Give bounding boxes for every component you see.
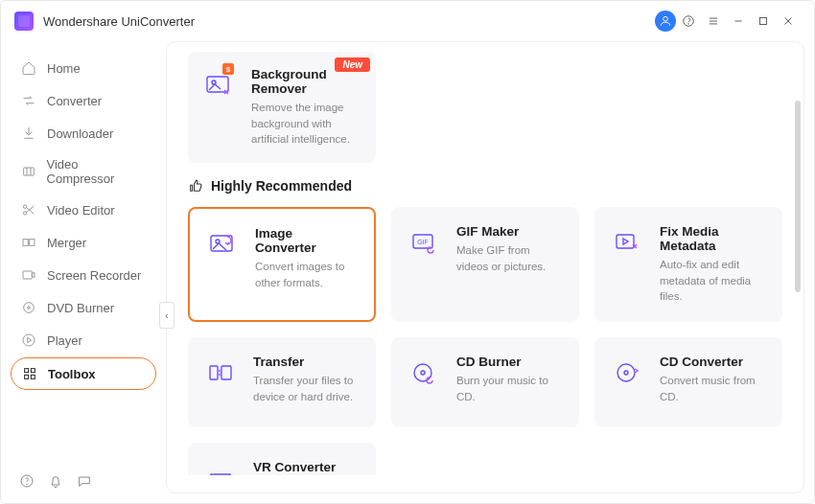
sidebar-item-screen-recorder[interactable]: Screen Recorder — [11, 260, 156, 290]
toolbox-icon — [21, 365, 38, 382]
svg-point-26 — [212, 80, 216, 84]
sidebar-item-label: Video Editor — [47, 203, 115, 218]
card-cd-converter[interactable]: CD ConverterConvert music from CD. — [594, 337, 782, 427]
transfer-icon — [207, 360, 236, 385]
svg-rect-33 — [221, 366, 231, 379]
scissors-icon — [20, 201, 37, 218]
sidebar-item-label: Player — [47, 333, 82, 348]
feedback-button[interactable] — [76, 472, 93, 490]
sidebar-item-home[interactable]: Home — [11, 53, 156, 83]
sidebar-item-label: DVD Burner — [47, 301, 114, 315]
sidebar-item-label: Converter — [47, 94, 102, 108]
sidebar-item-downloader[interactable]: Downloader — [11, 118, 156, 149]
card-desc: Transfer your files to device or hard dr… — [253, 373, 355, 404]
vr-icon — [207, 466, 236, 475]
download-icon — [20, 125, 37, 142]
card-vr-converter[interactable]: VR ConverterConvert videos to VR and enj… — [188, 443, 376, 475]
svg-rect-21 — [25, 375, 29, 378]
minimize-button[interactable] — [726, 9, 751, 34]
image-converter-icon — [209, 232, 238, 257]
menu-button[interactable] — [701, 9, 726, 34]
svg-rect-7 — [760, 18, 767, 25]
sidebar-item-label: Video Compressor — [47, 157, 147, 186]
dvd-icon — [20, 299, 37, 316]
card-transfer[interactable]: TransferTransfer your files to device or… — [188, 337, 376, 427]
section-header: Highly Recommended — [188, 178, 782, 194]
svg-rect-20 — [31, 369, 35, 373]
card-desc: Remove the image background with artific… — [251, 100, 359, 148]
card-title: Image Converter — [255, 226, 353, 255]
card-title: Transfer — [253, 355, 355, 369]
card-fix-media-metadata[interactable]: Fix Media MetadataAuto-fix and edit meta… — [594, 207, 782, 322]
titlebar: Wondershare UniConverter — [1, 1, 814, 41]
cd-burner-icon — [410, 360, 439, 385]
card-title: Fix Media Metadata — [660, 224, 761, 253]
svg-text:GIF: GIF — [417, 239, 429, 245]
sidebar-item-toolbox[interactable]: Toolbox — [11, 357, 156, 390]
card-background-remover[interactable]: $ New Background Remover Remove the imag… — [188, 52, 376, 163]
svg-point-36 — [617, 364, 635, 381]
svg-rect-10 — [23, 168, 34, 175]
card-desc: Make GIF from videos or pictures. — [456, 242, 558, 274]
play-icon — [20, 332, 37, 349]
svg-point-34 — [414, 364, 431, 381]
card-desc: Burn your music to CD. — [456, 373, 558, 404]
sidebar: Home Converter Downloader Video Compress… — [1, 41, 166, 503]
svg-point-24 — [27, 484, 28, 485]
svg-rect-32 — [210, 366, 218, 379]
svg-point-37 — [624, 371, 628, 375]
support-button[interactable] — [676, 9, 701, 34]
section-title: Highly Recommended — [211, 178, 352, 194]
sidebar-item-player[interactable]: Player — [11, 325, 156, 355]
notifications-button[interactable] — [47, 472, 64, 490]
svg-rect-31 — [617, 235, 634, 248]
svg-point-2 — [688, 24, 689, 25]
svg-rect-14 — [30, 240, 35, 246]
card-title: VR Converter — [253, 460, 355, 474]
card-gif-maker[interactable]: GIF GIF MakerMake GIF from videos or pic… — [391, 207, 579, 322]
card-image-converter[interactable]: Image ConverterConvert images to other f… — [188, 207, 376, 322]
scrollbar[interactable] — [795, 101, 801, 292]
user-account-button[interactable] — [655, 11, 676, 32]
svg-rect-13 — [23, 240, 28, 246]
card-desc: Convert music from CD. — [660, 373, 761, 404]
svg-rect-15 — [23, 271, 32, 279]
main-panel: $ New Background Remover Remove the imag… — [166, 41, 804, 493]
app-title: Wondershare UniConverter — [43, 14, 195, 29]
home-icon — [20, 59, 37, 77]
card-title: CD Burner — [456, 355, 558, 369]
new-badge: New — [335, 57, 370, 72]
svg-rect-19 — [25, 369, 29, 373]
svg-point-17 — [28, 307, 31, 309]
svg-point-35 — [421, 371, 425, 375]
sidebar-item-video-compressor[interactable]: Video Compressor — [11, 150, 156, 193]
maximize-button[interactable] — [751, 9, 776, 34]
thumbs-up-icon — [188, 178, 203, 194]
collapse-sidebar-button[interactable]: ‹ — [159, 302, 175, 329]
card-title: GIF Maker — [456, 224, 558, 239]
compress-icon — [20, 163, 37, 180]
svg-rect-22 — [31, 375, 35, 378]
sidebar-item-label: Screen Recorder — [47, 268, 141, 283]
svg-point-28 — [216, 240, 220, 243]
card-desc: Auto-fix and edit metadata of media file… — [660, 257, 761, 305]
close-button[interactable] — [776, 9, 801, 34]
converter-icon — [20, 92, 37, 109]
metadata-icon — [614, 230, 642, 255]
background-remover-icon — [205, 73, 234, 98]
sidebar-item-label: Downloader — [47, 126, 113, 141]
paid-badge: $ — [222, 63, 234, 75]
merger-icon — [20, 234, 37, 251]
sidebar-item-label: Home — [47, 61, 81, 76]
svg-point-16 — [24, 303, 35, 313]
sidebar-item-label: Merger — [47, 236, 86, 250]
sidebar-item-merger[interactable]: Merger — [11, 227, 156, 258]
sidebar-item-converter[interactable]: Converter — [11, 85, 156, 116]
sidebar-item-dvd-burner[interactable]: DVD Burner — [11, 292, 156, 323]
sidebar-item-video-editor[interactable]: Video Editor — [11, 195, 156, 225]
sidebar-item-label: Toolbox — [48, 367, 96, 381]
svg-point-0 — [664, 16, 668, 21]
card-desc: Convert images to other formats. — [255, 259, 353, 290]
card-cd-burner[interactable]: CD BurnerBurn your music to CD. — [391, 337, 579, 427]
help-button[interactable] — [18, 472, 35, 490]
